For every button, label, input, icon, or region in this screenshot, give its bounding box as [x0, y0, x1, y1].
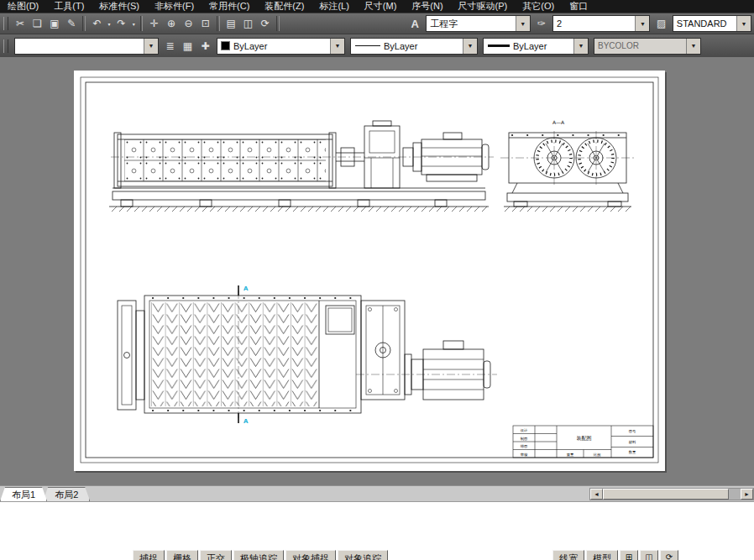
dim-style-icon[interactable]: ✑ [533, 15, 550, 33]
linetype-value: ByLayer [380, 41, 463, 51]
chevron-down-icon[interactable]: ▼ [573, 39, 588, 54]
titleblock-scale-label: 比例 [594, 453, 601, 458]
plot-style-value: BYCOLOR [594, 41, 686, 50]
titleblock-material-label: 材料 [628, 440, 636, 445]
menu-item-window[interactable]: 窗口 [562, 0, 595, 13]
snap-toggle[interactable]: 捕捉 [133, 550, 165, 560]
toolbar-separator [140, 16, 144, 31]
plan-view[interactable] [118, 296, 497, 413]
menu-item-tools[interactable]: 工具(T) [46, 0, 92, 13]
zoom-realtime-icon[interactable]: ⊕ [163, 15, 180, 33]
redo-dropdown-icon[interactable]: ▾ [130, 15, 138, 33]
paper-sheet[interactable]: A—A [74, 71, 665, 471]
tile-icon[interactable]: ◫ [640, 550, 658, 560]
match-properties-icon[interactable]: ✎ [63, 15, 80, 33]
undo-icon[interactable]: ↶ [88, 15, 105, 33]
orbit-icon[interactable]: ◫ [239, 15, 256, 33]
otrack-toggle[interactable]: 对象追踪 [338, 550, 388, 560]
status-toggles-right: 线宽 模型 ⊞ ◫ ⟳ [552, 550, 678, 560]
lineweight-combo[interactable]: ByLayer ▼ [483, 38, 589, 55]
grid-toggle[interactable]: 栅格 [166, 550, 198, 560]
polar-toggle[interactable]: 极轴追踪 [233, 550, 284, 560]
menu-item-common-parts[interactable]: 常用件(C) [202, 0, 257, 13]
side-view[interactable] [109, 121, 494, 212]
toolbar-standard: ✂ ❏ ▣ ✎ ↶ ▾ ↷ ▾ ✛ ⊕ ⊖ ⊡ ▤ ◫ ⟳ A 工程字 ▼ ✑ … [0, 13, 754, 34]
titleblock-qty-label: 数量 [629, 450, 636, 454]
redo-icon[interactable]: ↷ [113, 15, 129, 33]
lineweight-toggle[interactable]: 线宽 [552, 550, 584, 560]
layer-states-icon[interactable]: ▦ [179, 37, 196, 55]
paste-icon[interactable]: ▣ [46, 15, 63, 33]
menu-item-dimension[interactable]: 尺寸(M) [357, 0, 405, 13]
section-a-top-label: A [243, 285, 249, 292]
cad-drawing[interactable]: A—A [74, 71, 665, 471]
layout-tab-bar: 布局1 布局2 ◄ ► [0, 485, 754, 501]
chevron-down-icon[interactable]: ▼ [463, 39, 477, 54]
color-combo[interactable]: ByLayer ▼ [217, 38, 345, 55]
layers-icon[interactable]: ≣ [161, 37, 179, 55]
menu-item-annotate[interactable]: 标注(L) [312, 0, 356, 13]
layer-combo[interactable]: ▼ [14, 38, 159, 55]
chevron-down-icon[interactable]: ▼ [330, 39, 344, 54]
section-a-bottom-label: A [243, 418, 249, 425]
scroll-right-icon[interactable]: ► [741, 489, 753, 500]
titleblock-drawingno-label: 图号 [629, 429, 636, 433]
chevron-down-icon[interactable]: ▼ [144, 39, 158, 54]
model-toggle[interactable]: 模型 [586, 550, 618, 560]
regen-icon[interactable]: ⟳ [257, 15, 274, 33]
dim-scale-value: 2 [553, 18, 635, 29]
menu-item-nonstandard-parts[interactable]: 非标件(F) [147, 0, 202, 13]
menu-item-dim-drive[interactable]: 尺寸驱动(P) [451, 0, 516, 13]
ortho-toggle[interactable]: 正交 [200, 550, 232, 560]
undo-dropdown-icon[interactable]: ▾ [106, 15, 113, 33]
chevron-down-icon[interactable]: ▼ [686, 39, 700, 54]
chevron-down-icon[interactable]: ▼ [516, 16, 530, 31]
scrollbar-thumb[interactable] [603, 489, 729, 500]
titleblock-tracer-label: 描图 [521, 444, 528, 448]
menu-item-balloon[interactable]: 序号(N) [404, 0, 450, 13]
dim-scale-combo[interactable]: 2 ▼ [552, 15, 650, 32]
text-style-combo[interactable]: 工程字 ▼ [426, 15, 530, 32]
toolbar-separator [217, 16, 220, 31]
chevron-down-icon[interactable]: ▼ [635, 16, 649, 31]
chevron-down-icon[interactable]: ▼ [736, 16, 751, 31]
menu-item-standard-parts[interactable]: 标准件(S) [92, 0, 147, 13]
titleblock-checker-label: 审核 [521, 453, 528, 457]
toolbar-grip[interactable] [3, 39, 8, 53]
menu-item-assembly[interactable]: 装配件(Z) [257, 0, 312, 13]
section-view-aa[interactable]: A—A [500, 119, 635, 212]
titleblock-title: 装配图 [577, 435, 592, 442]
titleblock-weight-label: 重量 [567, 453, 574, 457]
scrollbar-track[interactable] [729, 489, 741, 500]
named-views-icon[interactable]: ▤ [223, 15, 239, 33]
menu-item-draw[interactable]: 绘图(D) [0, 0, 46, 13]
text-style-value: 工程字 [427, 18, 515, 30]
toolbar-properties: ▼ ≣ ▦ ✚ ByLayer ▼ ByLayer ▼ ByLayer ▼ BY… [0, 34, 754, 57]
refresh-icon[interactable]: ⟳ [660, 550, 678, 560]
grid-icon[interactable]: ⊞ [620, 550, 638, 560]
pan-icon[interactable]: ✛ [145, 15, 162, 33]
tab-layout2[interactable]: 布局2 [43, 487, 90, 501]
linetype-sample [355, 45, 380, 46]
standard-style-combo[interactable]: STANDARD ▼ [673, 15, 751, 32]
make-layer-icon[interactable]: ✚ [196, 37, 214, 55]
title-block[interactable]: 设计 制图 描图 审核 图号 材料 数量 重量 比例 装配图 [513, 426, 653, 458]
plot-style-combo[interactable]: BYCOLOR ▼ [594, 38, 701, 55]
toolbar-separator [82, 16, 86, 31]
linetype-combo[interactable]: ByLayer ▼ [350, 38, 478, 55]
paint-icon[interactable]: ▨ [652, 15, 669, 33]
standard-style-value: STANDARD [673, 18, 736, 29]
zoom-out-icon[interactable]: ⊖ [180, 15, 196, 33]
zoom-window-icon[interactable]: ⊡ [197, 15, 214, 33]
drawing-canvas[interactable]: A—A [0, 57, 754, 485]
tab-layout1[interactable]: 布局1 [0, 487, 47, 501]
horizontal-scrollbar[interactable]: ◄ ► [589, 488, 754, 500]
color-value: ByLayer [230, 41, 330, 51]
text-style-icon[interactable]: A [406, 15, 423, 33]
toolbar-grip[interactable] [3, 17, 8, 30]
scroll-left-icon[interactable]: ◄ [590, 489, 603, 500]
osnap-toggle[interactable]: 对象捕捉 [285, 550, 336, 560]
menu-item-other[interactable]: 其它(O) [515, 0, 562, 13]
cut-icon[interactable]: ✂ [12, 15, 29, 33]
copy-icon[interactable]: ❏ [29, 15, 45, 33]
